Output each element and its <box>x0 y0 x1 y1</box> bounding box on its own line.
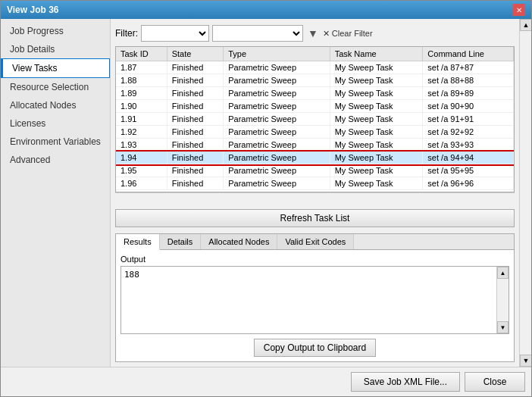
cell-cmd: set /a 95+95 <box>423 164 514 177</box>
sidebar-item-job-progress[interactable]: Job Progress <box>1 22 110 40</box>
window-title: View Job 36 <box>7 5 58 15</box>
cell-cmd: set /a 93+93 <box>423 139 514 152</box>
outer-scroll-down[interactable]: ▼ <box>520 355 531 367</box>
tabs-bar: ResultsDetailsAllocated NodesValid Exit … <box>116 234 514 250</box>
clear-filter-button[interactable]: ✕ Clear Filter <box>323 29 373 39</box>
col-header-taskname: Task Name <box>330 47 423 61</box>
table-row[interactable]: 1.88FinishedParametric SweepMy Sweep Tas… <box>116 74 514 87</box>
cell-cmd: set /a 89+89 <box>423 87 514 100</box>
task-table-container: Task ID State Type Task Name Command Lin… <box>115 46 515 192</box>
tab-details[interactable]: Details <box>160 234 202 249</box>
outer-v-scrollbar: ▲ ▼ <box>519 19 531 367</box>
tab-valid-exit-codes[interactable]: Valid Exit Codes <box>277 234 354 249</box>
cell-name: My Sweep Task <box>330 126 423 139</box>
sidebar-item-licenses[interactable]: Licenses <box>1 114 110 133</box>
cell-type: Parametric Sweep <box>224 126 330 139</box>
sidebar-item-view-tasks[interactable]: View Tasks <box>1 58 110 78</box>
table-row[interactable]: 1.96FinishedParametric SweepMy Sweep Tas… <box>116 177 514 190</box>
cell-type: Parametric Sweep <box>224 164 330 177</box>
table-row[interactable]: 1.92FinishedParametric SweepMy Sweep Tas… <box>116 126 514 139</box>
output-scroll-up[interactable]: ▲ <box>497 267 509 279</box>
results-content: Output ▲ ▼ Copy Output to Clipboard <box>116 250 514 361</box>
cell-name: My Sweep Task <box>330 61 423 74</box>
cell-id: 1.88 <box>116 74 167 87</box>
output-textarea[interactable] <box>121 267 496 333</box>
horiz-scroll[interactable] <box>115 193 515 205</box>
sidebar-item-allocated-nodes[interactable]: Allocated Nodes <box>1 96 110 114</box>
output-area-wrapper: ▲ ▼ <box>120 266 509 334</box>
filter-field-dropdown[interactable] <box>141 25 209 42</box>
cell-type: Parametric Sweep <box>224 87 330 100</box>
outer-scroll-track <box>520 31 531 355</box>
col-header-state: State <box>167 47 224 61</box>
close-button[interactable]: Close <box>465 372 525 392</box>
cell-cmd: set /a 94+94 <box>423 152 514 164</box>
cell-state: Finished <box>167 74 224 87</box>
cell-id: 1.92 <box>116 126 167 139</box>
cell-name: My Sweep Task <box>330 177 423 190</box>
table-row[interactable]: 1.91FinishedParametric SweepMy Sweep Tas… <box>116 113 514 126</box>
sidebar-item-job-details[interactable]: Job Details <box>1 40 110 58</box>
tab-results[interactable]: Results <box>116 234 160 250</box>
cell-state: Finished <box>167 139 224 152</box>
clear-filter-x-icon: ✕ <box>323 29 330 39</box>
output-scrollbar: ▲ ▼ <box>496 267 509 333</box>
cell-name: My Sweep Task <box>330 139 423 152</box>
cell-cmd: set /a 90+90 <box>423 100 514 113</box>
filter-bar: Filter: ▼ ✕ Clear Filter <box>115 23 515 43</box>
cell-state: Finished <box>167 126 224 139</box>
tab-allocated-nodes[interactable]: Allocated Nodes <box>201 234 277 249</box>
table-row[interactable]: 1.93FinishedParametric SweepMy Sweep Tas… <box>116 139 514 152</box>
sidebar-item-advanced[interactable]: Advanced <box>1 151 110 169</box>
cell-name: My Sweep Task <box>330 152 423 164</box>
output-scroll-down[interactable]: ▼ <box>497 321 509 333</box>
task-table-body: 1.87FinishedParametric SweepMy Sweep Tas… <box>116 61 514 190</box>
table-row[interactable]: 1.90FinishedParametric SweepMy Sweep Tas… <box>116 100 514 113</box>
filter-icon: ▼ <box>306 27 320 39</box>
cell-state: Finished <box>167 87 224 100</box>
col-header-cmdline: Command Line <box>423 47 514 61</box>
outer-scroll-up[interactable]: ▲ <box>520 19 531 31</box>
table-row[interactable]: 1.87FinishedParametric SweepMy Sweep Tas… <box>116 61 514 74</box>
sidebar-item-environment-variables[interactable]: Environment Variables <box>1 133 110 151</box>
cell-cmd: set /a 91+91 <box>423 113 514 126</box>
cell-cmd: set /a 87+87 <box>423 61 514 74</box>
cell-state: Finished <box>167 152 224 164</box>
task-table-scroll[interactable]: Task ID State Type Task Name Command Lin… <box>116 47 514 192</box>
table-row[interactable]: 1.89FinishedParametric SweepMy Sweep Tas… <box>116 87 514 100</box>
col-header-type: Type <box>224 47 330 61</box>
output-scroll-track <box>497 279 509 321</box>
main-window: View Job 36 ✕ Job ProgressJob DetailsVie… <box>0 0 532 397</box>
refresh-task-list-button[interactable]: Refresh Task List <box>115 209 515 227</box>
cell-id: 1.87 <box>116 61 167 74</box>
cell-name: My Sweep Task <box>330 74 423 87</box>
cell-id: 1.95 <box>116 164 167 177</box>
table-row[interactable]: 1.95FinishedParametric SweepMy Sweep Tas… <box>116 164 514 177</box>
task-table: Task ID State Type Task Name Command Lin… <box>116 47 514 190</box>
cell-state: Finished <box>167 100 224 113</box>
table-row[interactable]: 1.94FinishedParametric SweepMy Sweep Tas… <box>116 152 514 164</box>
table-header-row: Task ID State Type Task Name Command Lin… <box>116 47 514 61</box>
col-header-taskid: Task ID <box>116 47 167 61</box>
cell-id: 1.93 <box>116 139 167 152</box>
sidebar: Job ProgressJob DetailsView TasksResourc… <box>1 19 111 367</box>
save-job-xml-button[interactable]: Save Job XML File... <box>351 372 460 392</box>
cell-id: 1.96 <box>116 177 167 190</box>
cell-name: My Sweep Task <box>330 87 423 100</box>
cell-cmd: set /a 88+88 <box>423 74 514 87</box>
close-window-button[interactable]: ✕ <box>513 4 525 16</box>
cell-state: Finished <box>167 113 224 126</box>
cell-type: Parametric Sweep <box>224 152 330 164</box>
bottom-bar: Save Job XML File... Close <box>1 367 531 396</box>
cell-state: Finished <box>167 164 224 177</box>
cell-type: Parametric Sweep <box>224 113 330 126</box>
content-area: Job ProgressJob DetailsView TasksResourc… <box>1 19 531 367</box>
cell-state: Finished <box>167 61 224 74</box>
cell-type: Parametric Sweep <box>224 100 330 113</box>
sidebar-item-resource-selection[interactable]: Resource Selection <box>1 78 110 96</box>
main-panel: Filter: ▼ ✕ Clear Filter <box>111 19 519 367</box>
copy-output-button[interactable]: Copy Output to Clipboard <box>254 339 376 357</box>
filter-value-dropdown[interactable] <box>212 25 303 42</box>
cell-id: 1.94 <box>116 152 167 164</box>
output-label: Output <box>120 255 509 264</box>
